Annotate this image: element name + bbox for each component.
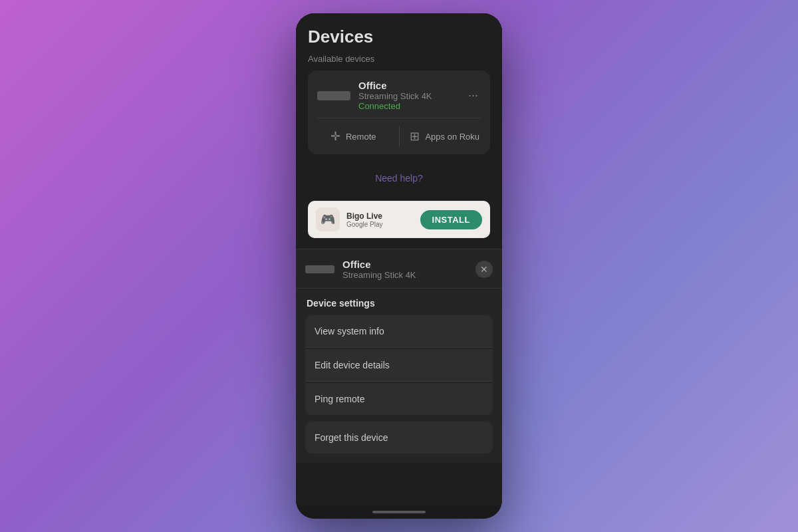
available-devices-label: Available devices: [308, 54, 490, 64]
phone-container: Devices Available devices Office Streami…: [296, 13, 502, 519]
ad-banner: 🎮 Bigo Live Google Play INSTALL: [308, 201, 490, 238]
sheet-device-info: Office Streaming Stick 4K: [342, 259, 467, 280]
remote-button[interactable]: ✛ Remote: [308, 122, 399, 150]
ad-logo: 🎮: [316, 207, 340, 231]
ad-store: Google Play: [346, 221, 414, 228]
ad-logo-icon: 🎮: [321, 212, 335, 227]
screen: Devices Available devices Office Streami…: [296, 13, 502, 505]
device-card: Office Streaming Stick 4K Connected ··· …: [308, 70, 490, 154]
install-button[interactable]: INSTALL: [420, 210, 482, 229]
ping-remote-button[interactable]: Ping remote: [305, 383, 493, 415]
device-icon: [317, 91, 350, 100]
device-model: Streaming Stick 4K: [358, 91, 458, 101]
need-help-link[interactable]: Need help?: [308, 165, 490, 194]
home-bar: [372, 511, 426, 513]
forget-device-button[interactable]: Forget this device: [305, 422, 493, 454]
edit-device-details-label: Edit device details: [315, 360, 390, 370]
device-header: Office Streaming Stick 4K Connected ···: [308, 70, 490, 118]
close-button[interactable]: ✕: [475, 261, 493, 278]
page-title: Devices: [308, 27, 490, 47]
sheet-device-name: Office: [342, 259, 467, 270]
three-dots-menu[interactable]: ···: [466, 86, 481, 105]
sheet-device-icon: [305, 265, 334, 273]
top-section: Devices Available devices Office Streami…: [296, 13, 502, 201]
device-actions: ✛ Remote ⊞ Apps on Roku: [308, 118, 490, 154]
sheet-device-header: Office Streaming Stick 4K ✕: [296, 249, 502, 289]
settings-list: View system info Edit device details Pin…: [296, 315, 502, 463]
apps-button[interactable]: ⊞ Apps on Roku: [400, 122, 491, 150]
remote-icon: ✛: [331, 129, 340, 144]
sheet-device-model: Streaming Stick 4K: [342, 270, 467, 280]
edit-device-details-button[interactable]: Edit device details: [305, 349, 493, 382]
ad-name: Bigo Live: [346, 211, 414, 221]
device-info: Office Streaming Stick 4K Connected: [358, 80, 458, 111]
device-name: Office: [358, 80, 458, 91]
device-status: Connected: [358, 101, 458, 111]
view-system-info-label: View system info: [315, 326, 384, 336]
remote-label: Remote: [346, 132, 376, 142]
apps-label: Apps on Roku: [425, 132, 479, 142]
settings-label: Device settings: [296, 289, 502, 315]
device-settings-sheet: Office Streaming Stick 4K ✕ Device setti…: [296, 249, 502, 463]
forget-device-label: Forget this device: [315, 432, 388, 443]
ping-remote-label: Ping remote: [315, 394, 364, 404]
view-system-info-button[interactable]: View system info: [305, 315, 493, 348]
home-indicator: [296, 505, 502, 519]
apps-icon: ⊞: [410, 129, 420, 144]
ad-info: Bigo Live Google Play: [346, 211, 414, 228]
